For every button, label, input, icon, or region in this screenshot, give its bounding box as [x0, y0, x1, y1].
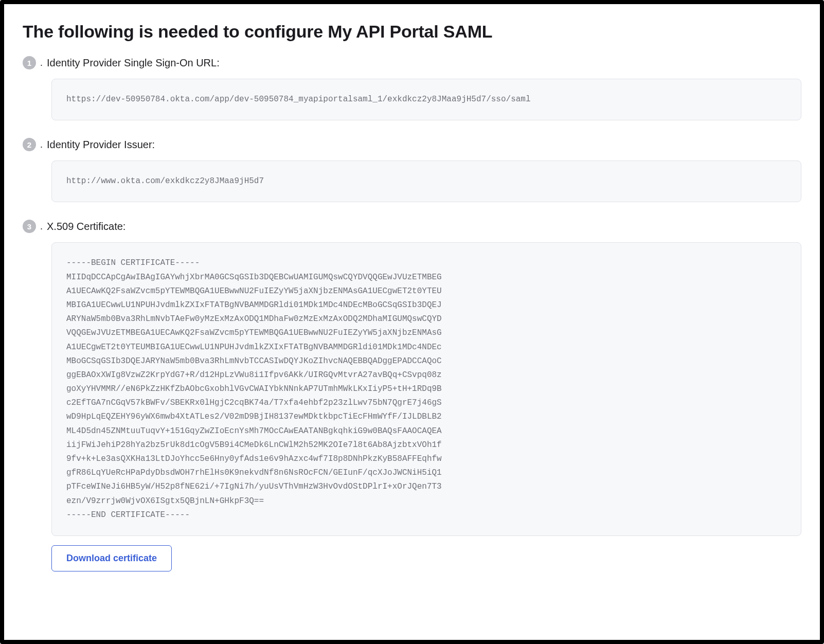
config-steps-list: 1 . Identity Provider Single Sign-On URL…	[23, 56, 801, 571]
step-sso-url: 1 . Identity Provider Single Sign-On URL…	[23, 56, 801, 120]
step-issuer: 2 . Identity Provider Issuer: http://www…	[23, 138, 801, 202]
step-number-badge: 1	[23, 56, 36, 69]
step-certificate: 3 . X.509 Certificate: -----BEGIN CERTIF…	[23, 220, 801, 571]
step-number-badge: 3	[23, 220, 36, 233]
step-separator: .	[40, 58, 43, 68]
step-number-badge: 2	[23, 138, 36, 151]
step-label: Identity Provider Issuer:	[47, 139, 155, 151]
step-separator: .	[40, 221, 43, 232]
step-label: Identity Provider Single Sign-On URL:	[47, 57, 220, 69]
step-header: 1 . Identity Provider Single Sign-On URL…	[23, 56, 801, 69]
step-separator: .	[40, 139, 43, 150]
saml-config-panel: The following is needed to configure My …	[0, 0, 824, 644]
step-header: 3 . X.509 Certificate:	[23, 220, 801, 233]
page-title: The following is needed to configure My …	[23, 22, 801, 42]
step-header: 2 . Identity Provider Issuer:	[23, 138, 801, 151]
certificate-value[interactable]: -----BEGIN CERTIFICATE----- MIIDqDCCApCg…	[51, 242, 801, 536]
sso-url-value[interactable]: https://dev-50950784.okta.com/app/dev-50…	[51, 79, 801, 120]
download-certificate-button[interactable]: Download certificate	[51, 545, 172, 571]
issuer-value[interactable]: http://www.okta.com/exkdkcz2y8JMaa9jH5d7	[51, 160, 801, 202]
step-label: X.509 Certificate:	[47, 221, 126, 232]
